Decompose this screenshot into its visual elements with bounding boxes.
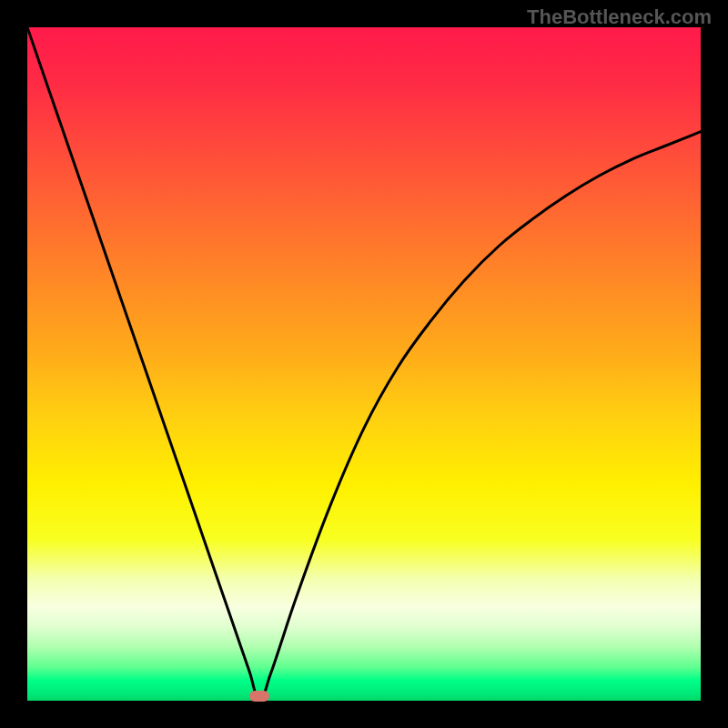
bottleneck-curve bbox=[27, 27, 701, 701]
bottleneck-minimum-marker bbox=[249, 691, 269, 702]
watermark: TheBottleneck.com bbox=[527, 5, 712, 29]
chart-plot-area bbox=[27, 27, 701, 701]
